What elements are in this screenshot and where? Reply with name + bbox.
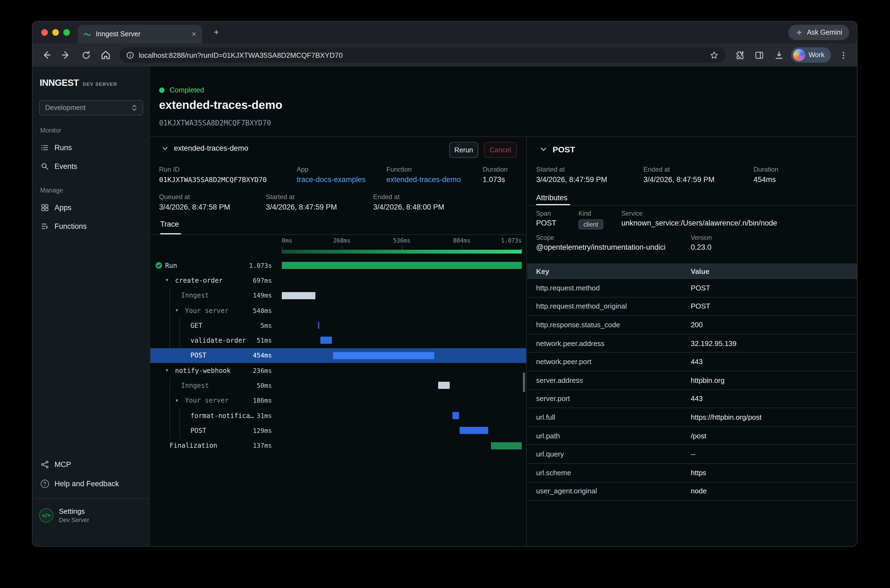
attr-row: network.peer.address32.192.95.139 [527, 334, 857, 353]
span-duration: 5ms [260, 322, 282, 330]
reload-button[interactable] [77, 46, 95, 64]
run-status: Completed [159, 86, 204, 94]
tab-attributes[interactable]: Attributes [536, 194, 567, 202]
attr-value: /post [691, 432, 706, 440]
span-bar [320, 337, 332, 344]
inngest-logo: INNGEST [40, 78, 79, 88]
trace-row[interactable]: Inngest50ms [150, 378, 526, 393]
attr-key: url.query [536, 450, 691, 458]
trace-row[interactable]: ▾Your server548ms [150, 303, 526, 318]
trace-row[interactable]: format-notifica…31ms [150, 408, 526, 423]
trace-rows: Run1.073s▾create-order697msInngest149ms▾… [150, 258, 526, 453]
tab-close-icon[interactable]: ✕ [191, 30, 197, 38]
attr-row: url.fullhttps://httpbin.org/post [527, 408, 857, 426]
axis-label: 536ms [393, 237, 410, 244]
downloads-icon[interactable] [770, 46, 788, 64]
attr-key: user_agent.original [536, 487, 691, 495]
axis-label: 804ms [453, 237, 470, 244]
site-info-icon[interactable] [126, 51, 134, 59]
span-pane-header[interactable]: POST [540, 145, 575, 154]
axis-label: 1.073s [501, 237, 522, 244]
span-title: POST [553, 145, 575, 154]
sidebar-item-events[interactable]: Events [33, 159, 150, 174]
sidebar-item-functions[interactable]: Functions [33, 219, 150, 234]
trace-row[interactable]: POST129ms [150, 423, 526, 438]
trace-row[interactable]: ▾create-order697ms [150, 273, 526, 288]
chevron-down-icon[interactable] [540, 146, 547, 153]
meta-duration: Duration1.073s [483, 166, 508, 184]
ask-gemini-button[interactable]: Ask Gemini [788, 25, 849, 40]
environment-select[interactable]: Development [39, 100, 143, 116]
maximize-window-button[interactable] [63, 29, 70, 36]
trace-row[interactable]: ▾notify-webhook236ms [150, 363, 526, 378]
profile-chip[interactable]: Work [791, 47, 831, 63]
span-duration: 137ms [253, 442, 282, 449]
trace-row-names: ▾Your server186ms [150, 393, 282, 408]
profile-label: Work [809, 51, 824, 59]
span-name: notify-webhook [175, 367, 231, 374]
close-window-button[interactable] [41, 29, 48, 36]
bookmark-star-icon[interactable] [710, 50, 719, 60]
sidebar-item-help-and-feedback[interactable]: ?Help and Feedback [33, 476, 150, 491]
runs-icon [40, 143, 49, 152]
trace-row[interactable]: POST454ms [150, 348, 526, 363]
chevron-down-icon[interactable]: ▾ [166, 368, 172, 373]
span-name: validate-order [191, 337, 246, 344]
chevron-down-icon[interactable] [162, 145, 168, 152]
meta-duration: Duration454ms [753, 166, 779, 184]
sidebar-item-runs[interactable]: Runs [33, 140, 150, 155]
span-duration: 548ms [253, 307, 282, 314]
browser-tab[interactable]: Inngest Server ✕ [78, 25, 202, 44]
settings-block[interactable]: </> Settings Dev Server [33, 498, 149, 546]
sidebar-item-label: Apps [54, 204, 72, 212]
side-panel-icon[interactable] [750, 46, 768, 64]
trace-row[interactable]: Run1.073s [150, 258, 526, 273]
attr-row: http.response.status_code200 [527, 316, 857, 334]
home-button[interactable] [96, 46, 115, 64]
chevron-down-icon[interactable]: ▾ [166, 278, 172, 283]
url-text[interactable]: localhost:8288/run?runID=01KJXTWA35SA8D2… [139, 51, 705, 59]
trace-row-names: Run1.073s [150, 258, 282, 273]
select-chevrons-icon [132, 104, 137, 112]
trace-pane-header[interactable]: extended-traces-demo [162, 144, 248, 152]
extensions-icon[interactable] [730, 46, 749, 64]
axis-label: 268ms [333, 237, 350, 244]
minimize-window-button[interactable] [52, 29, 59, 36]
logo-row: INNGEST DEV SERVER [40, 78, 117, 88]
trace-row[interactable]: Finalization137ms [150, 438, 526, 453]
scrollbar-thumb[interactable] [523, 372, 525, 392]
sidebar-item-apps[interactable]: Apps [33, 200, 150, 215]
attributes-table-header: Key Value [527, 264, 857, 279]
waterfall-cell [282, 378, 522, 393]
rerun-button[interactable]: Rerun [449, 142, 478, 158]
trace-pane: extended-traces-demo Rerun Cancel Run ID… [150, 136, 527, 546]
screen: Inngest Server ✕ + Ask Gemini [0, 0, 890, 588]
waterfall-cell [282, 288, 522, 303]
trace-row[interactable]: ▾Your server186ms [150, 393, 526, 408]
version-label: Version [691, 234, 712, 241]
span-bar [318, 322, 319, 329]
forward-button[interactable] [57, 46, 75, 64]
cancel-button[interactable]: Cancel [484, 142, 517, 158]
sidebar-item-mcp[interactable]: MCP [33, 457, 150, 472]
address-bar[interactable]: localhost:8288/run?runID=01KJXTWA35SA8D2… [119, 47, 725, 63]
browser-toolbar: localhost:8288/run?runID=01KJXTWA35SA8D2… [33, 44, 857, 66]
meta-value[interactable]: trace-docs-examples [297, 176, 386, 184]
back-button[interactable] [37, 46, 56, 64]
trace-row[interactable]: Inngest149ms [150, 288, 526, 303]
browser-menu-icon[interactable] [834, 46, 852, 64]
span-value: POST [536, 219, 556, 227]
chevron-down-icon[interactable]: ▾ [176, 398, 182, 403]
waterfall-cell [282, 333, 522, 348]
new-tab-button[interactable]: + [210, 26, 223, 39]
trace-row[interactable]: GET5ms [150, 318, 526, 333]
attr-value: 443 [691, 357, 703, 366]
kind-label: Kind [579, 210, 603, 217]
chevron-down-icon[interactable]: ▾ [176, 308, 182, 313]
trace-row[interactable]: validate-order51ms [150, 333, 526, 348]
meta-run-id: Run ID01KJXTWA35SA8D2MCQF7BXYD70 [159, 166, 297, 184]
tab-trace[interactable]: Trace [160, 220, 179, 228]
attr-row: url.path/post [527, 427, 857, 445]
meta-value[interactable]: extended-traces-demo [386, 176, 483, 184]
timeline-minimap-bar [282, 250, 522, 254]
